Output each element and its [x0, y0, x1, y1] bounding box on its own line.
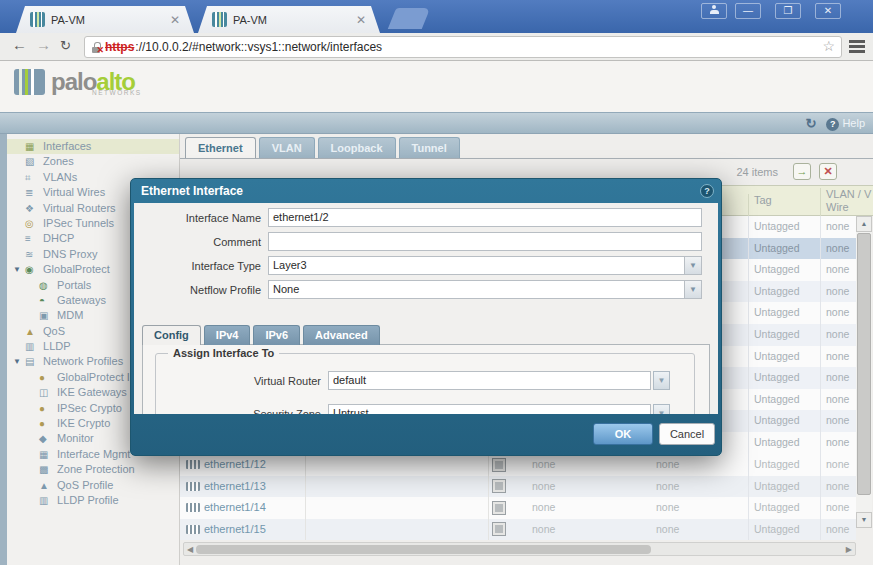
sidebar-item[interactable]: ▼ Interfaces: [7, 139, 179, 154]
interface-tab[interactable]: Loopback: [318, 137, 396, 158]
dialog-tab[interactable]: Config: [142, 325, 201, 345]
sidebar-item-icon: [25, 231, 38, 246]
dialog-tab[interactable]: IPv6: [253, 325, 300, 345]
table-row[interactable]: ethernet1/13 none none Untagged none: [180, 476, 856, 498]
tag-cell: Untagged: [748, 302, 820, 324]
browser-menu-icon[interactable]: [849, 40, 865, 52]
ethernet-port-icon: [186, 525, 200, 534]
minimize-button[interactable]: —: [735, 3, 761, 19]
browser-tab-title: PA-VM: [233, 14, 350, 26]
bookmark-star-icon[interactable]: ☆: [822, 38, 835, 54]
sidebar-item-label: QoS: [43, 325, 65, 337]
sidebar-item-icon: [39, 370, 52, 385]
dialog-fields: Interface Name ethernet1/2 ▼ Comment ▼ I…: [134, 208, 718, 299]
browser-tab-2[interactable]: PA-VM ✕: [198, 6, 380, 33]
field-input[interactable]: [268, 232, 702, 251]
sidebar-item-label: IPSec Tunnels: [43, 217, 114, 229]
tag-cell: Untagged: [748, 454, 820, 476]
column-divider: [305, 497, 306, 519]
vertical-scroll-thumb[interactable]: [857, 233, 871, 495]
interface-tab[interactable]: VLAN: [259, 137, 315, 158]
sidebar-item-label: DHCP: [43, 232, 74, 244]
sidebar-item-label: Virtual Routers: [43, 202, 116, 214]
insecure-lock-icon: ✕: [91, 42, 101, 53]
ip-address-cell: none: [532, 497, 555, 519]
chevron-down-icon[interactable]: ▼: [685, 280, 702, 299]
dialog-tab[interactable]: Advanced: [303, 325, 380, 345]
interface-tab[interactable]: Ethernet: [185, 137, 256, 158]
interface-name-link[interactable]: ethernet1/15: [204, 519, 266, 541]
interface-name-link[interactable]: ethernet1/13: [204, 476, 266, 498]
field-input[interactable]: Layer3: [268, 256, 685, 275]
close-window-button[interactable]: ✕: [815, 3, 841, 19]
sidebar-item[interactable]: ▼ QoS Profile: [7, 478, 179, 493]
tab-close-icon[interactable]: ✕: [170, 13, 180, 27]
chevron-down-icon[interactable]: ▼: [685, 256, 702, 275]
expand-arrow-button[interactable]: →: [793, 163, 811, 180]
chevron-down-icon[interactable]: ▼: [653, 371, 670, 390]
forward-button[interactable]: →: [36, 36, 51, 53]
tree-expand-icon[interactable]: ▼: [13, 262, 21, 277]
table-row[interactable]: ethernet1/12 none none Untagged none: [180, 454, 856, 476]
horizontal-scroll-thumb[interactable]: [196, 545, 651, 554]
scroll-left-icon[interactable]: ◀: [187, 544, 193, 555]
sidebar-item-icon: [39, 462, 52, 477]
interface-name-link[interactable]: ethernet1/14: [204, 497, 266, 519]
dialog-help-icon[interactable]: ?: [700, 184, 714, 198]
column-header-vlan[interactable]: VLAN / V Wire: [820, 188, 871, 217]
interface-name-cell[interactable]: ethernet1/13: [186, 476, 266, 498]
scroll-up-icon[interactable]: ▲: [856, 216, 872, 232]
tree-expand-icon[interactable]: ▼: [13, 354, 21, 369]
table-row[interactable]: ethernet1/15 none none Untagged none: [180, 519, 856, 541]
clear-filter-button[interactable]: ✕: [819, 163, 837, 180]
profile-button[interactable]: [701, 3, 727, 19]
refresh-icon[interactable]: ↻: [805, 116, 816, 131]
field-input[interactable]: None: [268, 280, 685, 299]
interface-name-link[interactable]: ethernet1/12: [204, 454, 266, 476]
tab-close-icon[interactable]: ✕: [356, 13, 366, 27]
url-text: ://10.0.0.2/#network::vsys1::network/int…: [135, 40, 382, 54]
sidebar-item[interactable]: ▼ Zones: [7, 154, 179, 169]
maximize-button[interactable]: ❐: [775, 3, 801, 19]
virtual-router-cell: none: [656, 497, 679, 519]
interface-name-cell[interactable]: ethernet1/14: [186, 497, 266, 519]
ethernet-port-icon: [186, 503, 200, 512]
scroll-down-icon[interactable]: ▼: [856, 512, 872, 528]
sidebar-item-icon: [25, 354, 38, 369]
field-input[interactable]: default: [328, 371, 651, 390]
sidebar-item[interactable]: ▼ LLDP Profile: [7, 493, 179, 508]
table-row[interactable]: ethernet1/14 none none Untagged none: [180, 497, 856, 519]
help-link[interactable]: ? Help: [826, 117, 865, 131]
sidebar-item-label: IKE Crypto: [57, 417, 110, 429]
field-input[interactable]: ethernet1/2: [268, 208, 702, 227]
browser-tab-1[interactable]: PA-VM ✕: [16, 6, 194, 33]
tag-cell: Untagged: [748, 389, 820, 411]
paloalto-logo-icon: [14, 69, 45, 95]
interface-name-cell[interactable]: ethernet1/12: [186, 454, 266, 476]
url-input[interactable]: ✕ https ://10.0.0.2/#network::vsys1::net…: [84, 36, 842, 58]
field-input[interactable]: Untrust: [328, 404, 651, 414]
ok-button[interactable]: OK: [593, 423, 653, 445]
sidebar-item[interactable]: ▼ Zone Protection: [7, 462, 179, 477]
ethernet-port-icon: [186, 460, 200, 469]
interface-tab[interactable]: Tunnel: [399, 137, 460, 158]
cancel-button[interactable]: Cancel: [659, 423, 715, 445]
scroll-right-icon[interactable]: ▶: [846, 544, 852, 555]
back-button[interactable]: ←: [12, 36, 27, 53]
vertical-scrollbar[interactable]: ▲ ▼: [856, 216, 872, 528]
sidebar-item-icon: [25, 247, 38, 262]
horizontal-scrollbar[interactable]: ◀ ▶: [183, 542, 856, 556]
sidebar-item-icon: [39, 308, 52, 323]
virtual-router-cell: none: [656, 454, 679, 476]
vlan-cell: none: [820, 497, 856, 519]
interface-name-cell[interactable]: ethernet1/15: [186, 519, 266, 541]
field-label: Netflow Profile: [142, 284, 268, 296]
dialog-tab[interactable]: IPv4: [204, 325, 251, 345]
new-tab-button[interactable]: [388, 8, 430, 29]
vlan-cell: none: [820, 238, 856, 260]
reload-button[interactable]: ↻: [60, 38, 71, 53]
chevron-down-icon[interactable]: ▼: [653, 404, 670, 414]
sidebar-item-label: Zone Protection: [57, 463, 135, 475]
column-header-tag[interactable]: Tag: [748, 194, 772, 217]
tag-cell: Untagged: [748, 216, 820, 238]
